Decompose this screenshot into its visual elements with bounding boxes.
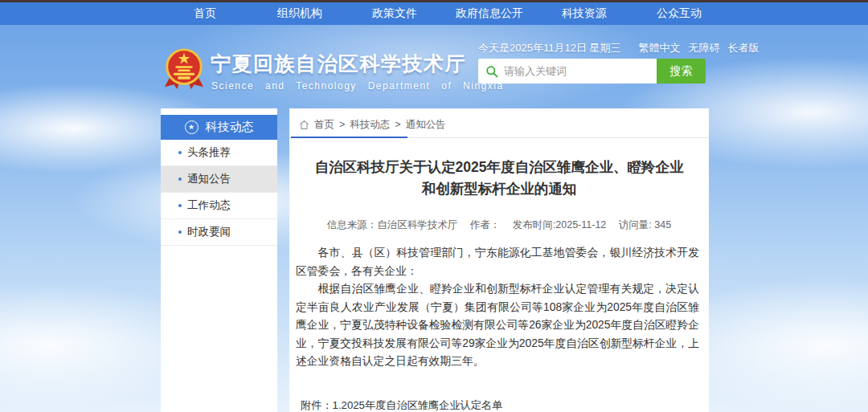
article-body: 各市、县（区）科技管理部门，宁东能源化工基地管委会，银川经济技术开发区管委会，各… bbox=[296, 244, 699, 371]
article-paragraph-main: 根据自治区雏鹰企业、瞪羚企业和创新型标杆企业认定管理有关规定，决定认定半亩良人农… bbox=[296, 280, 699, 371]
bullet-dot-icon bbox=[178, 230, 182, 234]
sidebar-item-label: 时政要闻 bbox=[187, 225, 231, 239]
site-title[interactable]: 宁夏回族自治区科学技术厅 bbox=[211, 51, 466, 77]
bullet-dot-icon bbox=[178, 204, 182, 207]
meta-source: 信息来源：自治区科学技术厅 bbox=[327, 219, 458, 230]
nav-item-policy-documents[interactable]: 政策文件 bbox=[347, 6, 442, 21]
star-glyph: ★ bbox=[188, 124, 194, 131]
sidebar-item-headline-recommend[interactable]: 头条推荐 bbox=[161, 140, 277, 166]
emblem-icon bbox=[162, 46, 206, 92]
national-emblem-logo[interactable] bbox=[162, 46, 206, 96]
search-input[interactable] bbox=[504, 59, 657, 84]
nav-item-home[interactable]: 首页 bbox=[158, 6, 252, 21]
header-utility-row: 今天是2025年11月12日 星期三 繁體中文 无障碍 长者版 bbox=[478, 41, 760, 55]
content-panel: 首页 > 科技动态 > 通知公告 自治区科技厅关于认定2025年度自治区雏鹰企业… bbox=[289, 108, 709, 412]
link-elderly-version[interactable]: 长者版 bbox=[728, 41, 760, 55]
current-date-text: 今天是2025年11月12日 星期三 bbox=[478, 41, 621, 55]
sidebar-item-label: 通知公告 bbox=[187, 172, 231, 186]
article-paragraph-salutation: 各市、县（区）科技管理部门，宁东能源化工基地管委会，银川经济技术开发区管委会，各… bbox=[296, 244, 699, 280]
search-button[interactable]: 搜索 bbox=[657, 59, 706, 84]
meta-author: 作者： bbox=[470, 219, 501, 230]
breadcrumb-current[interactable]: 通知公告 bbox=[406, 118, 446, 132]
site-search: 搜索 bbox=[478, 59, 706, 84]
sidebar: ★ 科技动态 头条推荐 通知公告 工作动态 时政要闻 bbox=[161, 108, 277, 412]
sidebar-header: ★ 科技动态 bbox=[161, 115, 277, 140]
breadcrumb-category[interactable]: 科技动态 bbox=[350, 118, 390, 132]
sidebar-item-political-news[interactable]: 时政要闻 bbox=[161, 219, 277, 246]
bullet-dot-icon bbox=[178, 177, 182, 181]
breadcrumb-separator: > bbox=[395, 119, 400, 130]
nav-item-tech-resources[interactable]: 科技资源 bbox=[537, 6, 632, 21]
attachments-list: 1.2025年度自治区雏鹰企业认定名单 2.2025年度自治区瞪羚企业认定名单 … bbox=[333, 398, 534, 412]
meta-publish-time: 发布时间:2025-11-12 bbox=[513, 219, 607, 230]
nav-item-public-interaction[interactable]: 公众互动 bbox=[632, 6, 727, 21]
circled-star-icon: ★ bbox=[185, 120, 199, 134]
attachments-label: 附件： bbox=[301, 398, 333, 412]
site-subtitle: Science and Technology Department of Nin… bbox=[211, 80, 504, 92]
breadcrumb: 首页 > 科技动态 > 通知公告 bbox=[289, 108, 709, 138]
sidebar-item-work-trends[interactable]: 工作动态 bbox=[161, 193, 277, 219]
link-accessibility[interactable]: 无障碍 bbox=[689, 41, 720, 55]
article-meta: 信息来源：自治区科学技术厅 作者： 发布时间:2025-11-12 访问量: 3… bbox=[289, 218, 709, 232]
link-traditional-chinese[interactable]: 繁體中文 bbox=[639, 41, 681, 55]
article-title-line2: 和创新型标杆企业的通知 bbox=[305, 178, 693, 200]
nav-item-gov-info-disclosure[interactable]: 政府信息公开 bbox=[442, 6, 537, 21]
search-icon bbox=[485, 65, 498, 78]
sidebar-title: 科技动态 bbox=[206, 120, 254, 135]
attachments-block: 附件： 1.2025年度自治区雏鹰企业认定名单 2.2025年度自治区瞪羚企业认… bbox=[301, 398, 709, 412]
breadcrumb-home[interactable]: 首页 bbox=[314, 118, 334, 132]
breadcrumb-separator: > bbox=[339, 119, 345, 130]
attachment-link-eagle-list[interactable]: 1.2025年度自治区雏鹰企业认定名单 bbox=[333, 398, 534, 412]
article-title: 自治区科技厅关于认定2025年度自治区雏鹰企业、瞪羚企业 和创新型标杆企业的通知 bbox=[289, 157, 709, 200]
top-navigation: 首页 组织机构 政策文件 政府信息公开 科技资源 公众互动 bbox=[0, 2, 868, 25]
article-title-line1: 自治区科技厅关于认定2025年度自治区雏鹰企业、瞪羚企业 bbox=[305, 157, 693, 178]
search-box bbox=[478, 59, 657, 84]
sidebar-item-label: 工作动态 bbox=[187, 198, 231, 213]
sidebar-item-notices[interactable]: 通知公告 bbox=[161, 166, 277, 193]
page: { "colors": { "nav_blue": "#3d7cd8", "ac… bbox=[0, 0, 868, 412]
home-icon bbox=[299, 120, 309, 130]
sidebar-item-label: 头条推荐 bbox=[187, 145, 231, 160]
nav-item-organization[interactable]: 组织机构 bbox=[252, 6, 347, 21]
meta-visit-count: 访问量: 345 bbox=[619, 219, 671, 230]
bullet-dot-icon bbox=[178, 151, 182, 154]
utility-links: 繁體中文 无障碍 长者版 bbox=[639, 41, 760, 55]
